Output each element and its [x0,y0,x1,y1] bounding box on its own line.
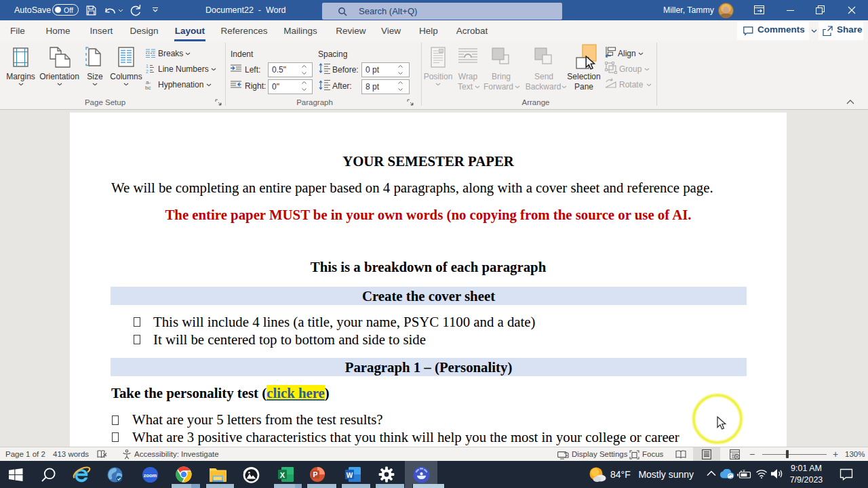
svg-text:bc: bc [145,85,151,90]
svg-text:X: X [279,471,285,479]
svg-text:P: P [313,470,317,479]
svg-text:2: 2 [146,69,149,74]
svg-text:1: 1 [146,64,149,68]
svg-text:zoom: zoom [143,472,157,478]
svg-text:W: W [346,472,353,479]
